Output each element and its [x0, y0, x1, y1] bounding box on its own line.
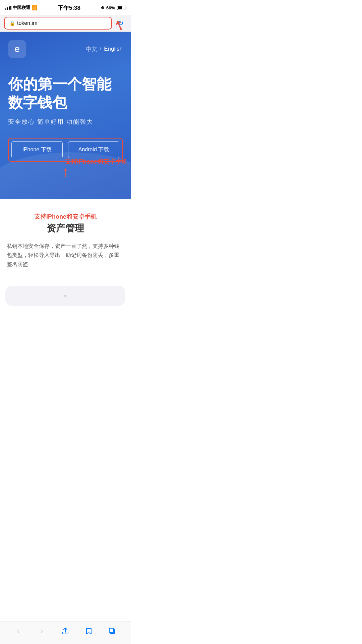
bottom-spacer — [0, 306, 131, 333]
battery-percent: 66% — [106, 5, 115, 10]
signal-bar-1 — [5, 8, 6, 10]
lang-divider: / — [100, 46, 102, 52]
card-peek — [5, 286, 125, 306]
battery-fill — [118, 6, 122, 9]
battery-icon — [117, 6, 125, 10]
lock-status-icon: ⊕ — [101, 5, 104, 10]
browser-chrome: 🔒 token.im ↻ — [0, 15, 131, 32]
time-display: 下午5:38 — [58, 4, 80, 12]
section-title: 资产管理 — [7, 222, 124, 235]
status-bar: 中国联通 📶 下午5:38 ⊕ 66% — [0, 0, 131, 15]
hero-section: e 中文 / English 你的第一个智能数字钱包 安全放心 简单好用 功能强… — [0, 32, 131, 199]
download-buttons-row: iPhone 下载 Android 下载 — [11, 141, 119, 158]
logo-char: e — [14, 44, 20, 54]
battery-indicator — [117, 6, 125, 10]
content-section: 支持iPhone和安卓手机 资产管理 私钥本地安全保存，资产一目了然，支持多种钱… — [0, 199, 131, 279]
signal-bar-3 — [9, 6, 10, 10]
signal-bars — [5, 6, 11, 10]
ios-download-button[interactable]: iPhone 下载 — [11, 141, 63, 158]
language-switcher: 中文 / English — [86, 45, 123, 53]
hero-subtitle: 安全放心 简单好用 功能强大 — [8, 118, 123, 126]
status-left: 中国联通 📶 — [5, 5, 37, 11]
download-buttons-wrapper: iPhone 下载 Android 下载 — [8, 138, 123, 162]
support-annotation-top: 支持iPhone和安卓手机 — [7, 213, 124, 221]
lock-icon: 🔒 — [9, 20, 15, 26]
refresh-button[interactable]: ↻ — [115, 17, 127, 29]
signal-bar-2 — [7, 7, 8, 10]
section-description: 私钥本地安全保存，资产一目了然，支持多种钱包类型，轻松导入导出，助记词备份防丢，… — [7, 241, 124, 269]
wifi-icon: 📶 — [32, 5, 37, 10]
hero-title: 你的第一个智能数字钱包 — [8, 75, 123, 112]
android-download-button[interactable]: Android 下载 — [68, 141, 119, 158]
page-wrapper: 中国联通 📶 下午5:38 ⊕ 66% 🔒 token.im ↻ ➚ 官网地址 — [0, 0, 131, 333]
down-arrow-annotation: ↑ — [8, 164, 123, 179]
address-bar[interactable]: 🔒 token.im — [4, 17, 112, 30]
signal-bar-4 — [10, 6, 11, 10]
app-logo: e — [8, 40, 26, 58]
url-text: token.im — [17, 20, 37, 26]
carrier-label: 中国联通 — [13, 5, 30, 11]
status-right: ⊕ 66% — [101, 5, 125, 10]
lang-chinese[interactable]: 中文 — [86, 45, 97, 53]
lang-english[interactable]: English — [104, 46, 123, 52]
hero-nav: e 中文 / English — [8, 40, 123, 58]
card-peek-dot — [64, 295, 66, 297]
